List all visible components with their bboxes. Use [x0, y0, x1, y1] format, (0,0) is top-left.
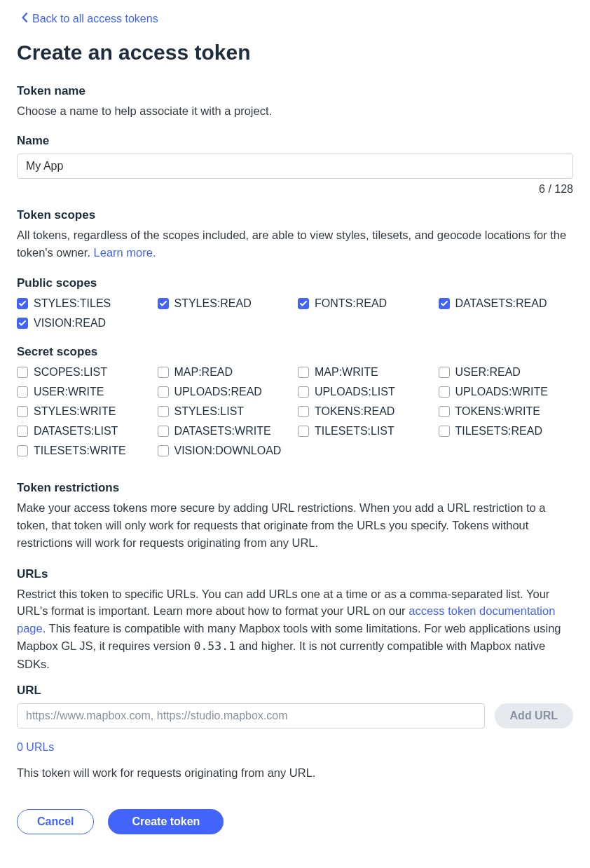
create-token-button[interactable]: Create token [108, 809, 224, 834]
scope-label[interactable]: VISION:DOWNLOAD [174, 445, 282, 457]
scope-label[interactable]: FONTS:READ [315, 297, 387, 310]
scope-checkbox[interactable] [298, 426, 309, 437]
scope-checkbox[interactable] [298, 406, 309, 417]
urls-desc: Restrict this token to specific URLs. Yo… [17, 585, 573, 673]
scope-checkbox[interactable] [158, 386, 169, 398]
scope-label[interactable]: TILESETS:WRITE [34, 445, 126, 457]
secret-scope-item: UPLOADS:READ [158, 386, 293, 398]
public-scope-item: STYLES:READ [158, 297, 293, 310]
secret-scope-item: UPLOADS:LIST [298, 386, 433, 398]
secret-scope-item: STYLES:WRITE [17, 405, 152, 418]
scope-checkbox[interactable] [17, 445, 28, 456]
scope-checkbox[interactable] [439, 367, 450, 378]
back-link[interactable]: Back to all access tokens [21, 13, 158, 25]
scope-checkbox[interactable] [17, 426, 28, 437]
public-scope-item: VISION:READ [17, 317, 152, 330]
version-text: 0.53.1 [194, 639, 236, 653]
scope-label[interactable]: DATASETS:LIST [34, 425, 118, 438]
page-title: Create an access token [17, 41, 573, 65]
scope-label[interactable]: STYLES:LIST [174, 405, 245, 418]
url-count: 0 URLs [17, 741, 573, 754]
chevron-left-icon [21, 13, 28, 25]
learn-more-link[interactable]: Learn more. [94, 246, 156, 259]
add-url-button[interactable]: Add URL [495, 703, 573, 728]
public-scope-item: STYLES:TILES [17, 297, 152, 310]
scope-checkbox[interactable] [17, 298, 28, 309]
secret-scope-item: STYLES:LIST [158, 405, 293, 418]
secret-scope-item: TILESETS:READ [439, 425, 574, 438]
secret-scope-item: DATASETS:LIST [17, 425, 152, 438]
scope-label[interactable]: UPLOADS:LIST [315, 386, 395, 398]
scope-label[interactable]: STYLES:TILES [34, 297, 111, 310]
restrictions-desc: Make your access tokens more secure by a… [17, 499, 573, 551]
secret-scope-item: USER:READ [439, 366, 574, 379]
secret-scope-item: VISION:DOWNLOAD [158, 445, 293, 457]
scope-checkbox[interactable] [439, 298, 450, 309]
secret-scope-item: TILESETS:WRITE [17, 445, 152, 457]
scope-checkbox[interactable] [298, 386, 309, 398]
token-name-input[interactable] [17, 154, 573, 179]
scope-label[interactable]: VISION:READ [34, 317, 106, 330]
url-input[interactable] [17, 703, 485, 728]
scope-checkbox[interactable] [158, 367, 169, 378]
scope-checkbox[interactable] [298, 367, 309, 378]
scope-label[interactable]: UPLOADS:READ [174, 386, 262, 398]
restrictions-title: Token restrictions [17, 481, 573, 495]
secret-scope-item: USER:WRITE [17, 386, 152, 398]
scope-checkbox[interactable] [17, 406, 28, 417]
urls-title: URLs [17, 567, 573, 581]
scope-checkbox[interactable] [158, 445, 169, 456]
secret-scope-item: SCOPES:LIST [17, 366, 152, 379]
scope-label[interactable]: TILESETS:LIST [315, 425, 395, 438]
scope-label[interactable]: STYLES:WRITE [34, 405, 116, 418]
scope-checkbox[interactable] [298, 298, 309, 309]
secret-scopes-grid: SCOPES:LISTMAP:READMAP:WRITEUSER:READUSE… [17, 366, 573, 457]
scope-label[interactable]: STYLES:READ [174, 297, 252, 310]
url-field-label: URL [17, 684, 573, 698]
public-scopes-heading: Public scopes [17, 276, 573, 290]
scope-checkbox[interactable] [439, 426, 450, 437]
scope-checkbox[interactable] [158, 406, 169, 417]
token-scopes-desc: All tokens, regardless of the scopes inc… [17, 226, 573, 262]
scope-label[interactable]: SCOPES:LIST [34, 366, 107, 379]
scope-label[interactable]: TOKENS:READ [315, 405, 395, 418]
secret-scope-item: TILESETS:LIST [298, 425, 433, 438]
scope-checkbox[interactable] [158, 298, 169, 309]
cancel-button[interactable]: Cancel [17, 809, 94, 834]
secret-scopes-heading: Secret scopes [17, 345, 573, 359]
scope-checkbox[interactable] [158, 426, 169, 437]
scope-label[interactable]: DATASETS:WRITE [174, 425, 271, 438]
secret-scope-item: MAP:WRITE [298, 366, 433, 379]
scope-label[interactable]: DATASETS:READ [455, 297, 547, 310]
char-count: 6 / 128 [17, 183, 573, 196]
token-scopes-title: Token scopes [17, 208, 573, 222]
scope-checkbox[interactable] [17, 318, 28, 329]
scope-label[interactable]: MAP:WRITE [315, 366, 378, 379]
scope-label[interactable]: TOKENS:WRITE [455, 405, 541, 418]
name-field-label: Name [17, 134, 573, 148]
scope-checkbox[interactable] [17, 367, 28, 378]
token-name-desc: Choose a name to help associate it with … [17, 102, 573, 120]
scope-checkbox[interactable] [439, 386, 450, 398]
token-name-title: Token name [17, 84, 573, 98]
back-link-label: Back to all access tokens [32, 13, 158, 25]
url-note: This token will work for requests origin… [17, 766, 573, 780]
secret-scope-item: TOKENS:READ [298, 405, 433, 418]
scope-label[interactable]: USER:READ [455, 366, 521, 379]
scope-label[interactable]: USER:WRITE [34, 386, 104, 398]
secret-scope-item: DATASETS:WRITE [158, 425, 293, 438]
public-scopes-grid: STYLES:TILESSTYLES:READFONTS:READDATASET… [17, 297, 573, 330]
secret-scope-item: UPLOADS:WRITE [439, 386, 574, 398]
public-scope-item: DATASETS:READ [439, 297, 574, 310]
scope-checkbox[interactable] [17, 386, 28, 398]
public-scope-item: FONTS:READ [298, 297, 433, 310]
scope-label[interactable]: TILESETS:READ [455, 425, 542, 438]
scope-label[interactable]: MAP:READ [174, 366, 233, 379]
scope-checkbox[interactable] [439, 406, 450, 417]
secret-scope-item: TOKENS:WRITE [439, 405, 574, 418]
scope-label[interactable]: UPLOADS:WRITE [455, 386, 548, 398]
secret-scope-item: MAP:READ [158, 366, 293, 379]
